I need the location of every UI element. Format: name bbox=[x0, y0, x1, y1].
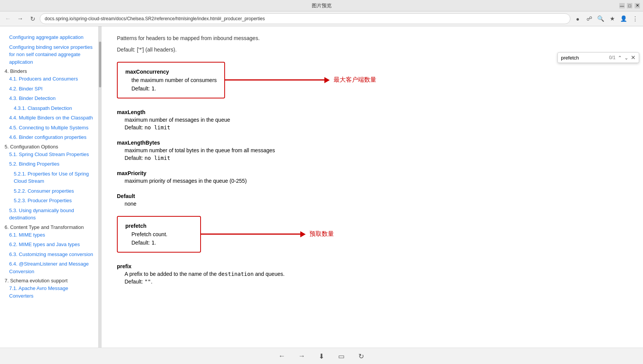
prefix-default: Default: "". bbox=[125, 279, 628, 285]
maxpriority-entry: maxPriority maximum priority of messages… bbox=[117, 170, 628, 184]
bottom-bar: ← → ⬇ ▭ ↻ bbox=[0, 348, 643, 364]
sidebar-section-7: 7. Schema evolution support bbox=[0, 277, 72, 285]
maxlengthbytes-name: maxLengthBytes bbox=[117, 140, 628, 146]
maxconcurrency-arrow: 最大客户端数量 bbox=[225, 76, 628, 84]
prefetch-default: Default: 1. bbox=[131, 240, 193, 246]
bottom-refresh-button[interactable]: ↻ bbox=[355, 350, 368, 362]
prefetch-arrow-line bbox=[201, 234, 300, 235]
default-desc: none bbox=[125, 201, 628, 207]
prefetch-annotation: 预取数量 bbox=[309, 230, 334, 238]
sidebar-item-5-2-3[interactable]: 5.2.3. Producer Properties bbox=[0, 196, 98, 206]
minimize-button[interactable]: — bbox=[619, 3, 625, 8]
menu-icon[interactable]: ⋮ bbox=[630, 14, 640, 24]
sidebar: Configuring aggregate application Config… bbox=[0, 26, 99, 348]
forward-button[interactable]: → bbox=[15, 14, 25, 24]
sidebar-item-6-2[interactable]: 6.2. MIME types and Java types bbox=[0, 240, 98, 250]
maxconcurrency-default: Default: 1. bbox=[131, 85, 217, 92]
sidebar-item-6-4[interactable]: 6.4. @StreamListener and Message Convers… bbox=[0, 259, 98, 276]
maxlengthbytes-default: Default: no limit bbox=[125, 155, 628, 161]
sidebar-section-6: 6. Content Type and Transformation bbox=[0, 223, 88, 231]
sidebar-item-5-2[interactable]: 5.2. Binding Properties bbox=[0, 159, 98, 169]
translate-icon[interactable]: ☍ bbox=[584, 14, 594, 24]
sidebar-item-4-5[interactable]: 4.5. Connecting to Multiple Systems bbox=[0, 123, 98, 133]
maxlength-name: maxLength bbox=[117, 109, 628, 115]
maxpriority-desc: maximum priority of messages in the queu… bbox=[125, 178, 628, 184]
prefetch-name: prefetch bbox=[125, 223, 193, 229]
bottom-fullscreen-button[interactable]: ▭ bbox=[335, 350, 348, 362]
sidebar-item-6-3[interactable]: 6.3. Customizing message conversion bbox=[0, 250, 98, 259]
bottom-back-button[interactable]: ← bbox=[276, 350, 288, 362]
prefetch-row: prefetch Prefetch count. Default: 1. 预取数… bbox=[117, 216, 628, 253]
search-next-button[interactable]: ⌄ bbox=[624, 55, 628, 61]
search-count: 0/1 bbox=[609, 55, 615, 60]
maximize-button[interactable]: □ bbox=[627, 3, 632, 8]
sidebar-scrollbar[interactable] bbox=[99, 26, 102, 348]
search-close-button[interactable]: ✕ bbox=[631, 54, 636, 61]
search-input[interactable] bbox=[561, 55, 607, 61]
sidebar-item-configuring-aggregate[interactable]: Configuring aggregate application bbox=[0, 32, 98, 42]
account-icon[interactable]: 👤 bbox=[619, 14, 628, 24]
prefix-desc: A prefix to be added to the name of the … bbox=[125, 271, 628, 277]
nav-icons: ● ☍ 🔍 ★ 👤 ⋮ bbox=[573, 14, 640, 24]
prefetch-arrow: 预取数量 bbox=[201, 230, 628, 238]
nav-bar: ← → ↻ ● ☍ 🔍 ★ 👤 ⋮ bbox=[0, 11, 643, 26]
bottom-forward-button[interactable]: → bbox=[296, 350, 308, 362]
maxconcurrency-annotation: 最大客户端数量 bbox=[334, 76, 376, 84]
maxlengthbytes-entry: maxLengthBytes maximum number of total b… bbox=[117, 140, 628, 161]
sidebar-item-7-1[interactable]: 7.1. Apache Avro Message Converters bbox=[0, 283, 98, 301]
title-text: 图片预览 bbox=[312, 2, 332, 9]
bookmark-icon[interactable]: ★ bbox=[607, 14, 617, 24]
sidebar-section-4: 4. Binders bbox=[0, 67, 32, 75]
sidebar-section-5: 5. Configuration Options bbox=[0, 143, 63, 151]
back-button[interactable]: ← bbox=[3, 14, 13, 24]
prefix-code: destination bbox=[218, 271, 254, 277]
zoom-icon[interactable]: 🔍 bbox=[596, 14, 606, 24]
maxconcurrency-desc: the maximum number of consumers bbox=[131, 77, 217, 83]
prefix-name: prefix bbox=[117, 263, 628, 269]
search-overlay: 0/1 ⌃ ⌄ ✕ bbox=[557, 52, 639, 63]
search-prev-button[interactable]: ⌃ bbox=[618, 55, 622, 61]
default-name: Default bbox=[117, 193, 628, 199]
bottom-download-button[interactable]: ⬇ bbox=[316, 350, 328, 362]
sidebar-item-4-6[interactable]: 4.6. Binder configuration properties bbox=[0, 132, 98, 142]
maxconcurrency-name: maxConcurrency bbox=[125, 69, 217, 75]
sidebar-item-5-1[interactable]: 5.1. Spring Cloud Stream Properties bbox=[0, 150, 98, 159]
sidebar-scrollbar-handle[interactable] bbox=[99, 42, 101, 87]
sidebar-item-5-2-1[interactable]: 5.2.1. Properties for Use of Spring Clou… bbox=[0, 169, 98, 186]
window-controls[interactable]: — □ ✕ bbox=[619, 3, 640, 8]
intro-text1: Patterns for headers to be mapped from i… bbox=[117, 34, 628, 42]
maxlengthbytes-desc: maximum number of total bytes in the que… bbox=[125, 147, 628, 153]
maxlength-desc: maximum number of messages in the queue bbox=[125, 117, 628, 123]
main-container: Configuring aggregate application Config… bbox=[0, 26, 643, 348]
maxpriority-name: maxPriority bbox=[117, 170, 628, 176]
sidebar-item-4-4[interactable]: 4.4. Multiple Binders on the Classpath bbox=[0, 113, 98, 123]
url-bar[interactable] bbox=[40, 13, 570, 24]
prefetch-box: prefetch Prefetch count. Default: 1. bbox=[117, 216, 201, 253]
sidebar-item-5-2-2[interactable]: 5.2.2. Consumer properties bbox=[0, 186, 98, 196]
prefetch-arrow-head bbox=[300, 231, 306, 237]
browser-chrome: ← → ↻ ● ☍ 🔍 ★ 👤 ⋮ bbox=[0, 11, 643, 26]
sidebar-item-4-1[interactable]: 4.1. Producers and Consumers bbox=[0, 74, 98, 84]
prefix-entry: prefix A prefix to be added to the name … bbox=[117, 263, 628, 285]
sidebar-item-4-3[interactable]: 4.3. Binder Detection bbox=[0, 93, 98, 103]
maxconcurrency-box: maxConcurrency the maximum number of con… bbox=[117, 62, 225, 98]
arrow-line bbox=[225, 79, 324, 81]
intro-text2: Default: ['*'] (all headers). bbox=[117, 45, 628, 54]
sidebar-item-4-2[interactable]: 4.2. Binder SPI bbox=[0, 84, 98, 94]
title-bar: 图片预览 — □ ✕ bbox=[0, 0, 643, 11]
sidebar-item-6-1[interactable]: 6.1. MIME types bbox=[0, 230, 98, 240]
sidebar-item-4-3-1[interactable]: 4.3.1. Classpath Detection bbox=[0, 103, 98, 113]
sidebar-item-configuring-binding[interactable]: Configuring binding service properties f… bbox=[0, 42, 98, 67]
prefetch-desc: Prefetch count. bbox=[131, 231, 193, 237]
refresh-button[interactable]: ↻ bbox=[28, 14, 37, 24]
sidebar-item-5-3[interactable]: 5.3. Using dynamically bound destination… bbox=[0, 206, 98, 223]
maxconcurrency-row: maxConcurrency the maximum number of con… bbox=[117, 62, 628, 98]
maxlength-entry: maxLength maximum number of messages in … bbox=[117, 109, 628, 130]
content-area: Patterns for headers to be mapped from i… bbox=[102, 26, 643, 348]
arrow-head bbox=[324, 77, 330, 83]
default-entry: Default none bbox=[117, 193, 628, 207]
close-button[interactable]: ✕ bbox=[635, 3, 640, 8]
profile-icon[interactable]: ● bbox=[573, 14, 583, 24]
maxlength-default: Default: no limit bbox=[125, 124, 628, 130]
